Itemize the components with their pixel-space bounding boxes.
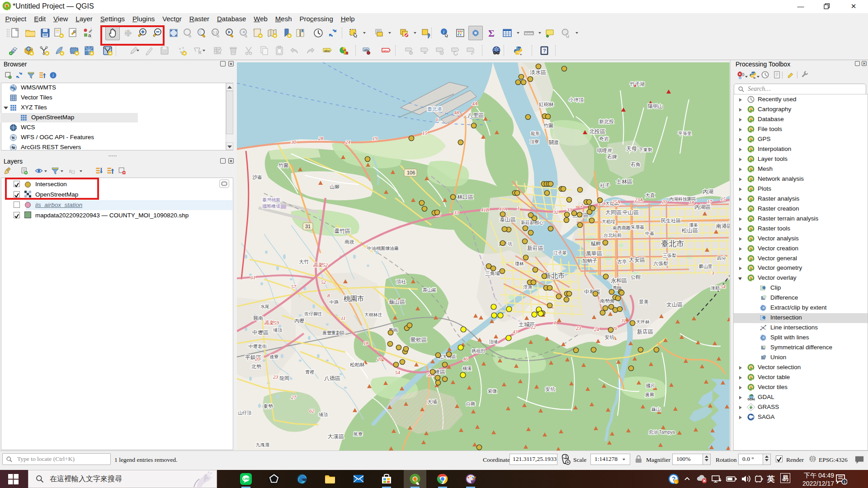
svg-text:新北投: 新北投 [599, 119, 614, 124]
svg-text:白雞: 白雞 [466, 401, 475, 406]
svg-text:竹圍: 竹圍 [278, 163, 288, 168]
svg-text:松柏林: 松柏林 [350, 362, 365, 367]
svg-text:新莊副都心: 新莊副都心 [521, 220, 544, 225]
svg-text:大稻埕: 大稻埕 [602, 219, 615, 224]
svg-text:臺北市: 臺北市 [661, 239, 684, 248]
svg-text:中油桃園煉油廠: 中油桃園煉油廠 [367, 246, 399, 251]
svg-text:朱厝崙: 朱厝崙 [631, 225, 644, 230]
svg-text:6: 6 [436, 117, 439, 122]
svg-text:石角: 石角 [631, 162, 641, 167]
svg-text:ab: ab [364, 48, 368, 52]
svg-text:19: 19 [373, 136, 378, 141]
svg-text:LINE: LINE [243, 477, 250, 480]
svg-text:天母: 天母 [626, 145, 637, 152]
svg-text:18: 18 [363, 340, 369, 346]
svg-text:17: 17 [707, 199, 712, 204]
svg-text:尾寮: 尾寮 [354, 432, 363, 436]
svg-text:北勢: 北勢 [251, 364, 261, 369]
svg-text:臺灣桃園: 臺灣桃園 [262, 197, 280, 202]
svg-text:23: 23 [273, 374, 278, 380]
svg-text:臺北港: 臺北港 [427, 106, 442, 112]
svg-text:文山區: 文山區 [666, 301, 683, 308]
svg-text:i: i [52, 73, 54, 78]
svg-text:高架59: 高架59 [264, 320, 279, 325]
svg-text:中壢區: 中壢區 [252, 329, 269, 336]
svg-text:內湖: 內湖 [703, 188, 713, 195]
svg-text:漢順: 漢順 [711, 286, 720, 291]
svg-text:台北站前: 台北站前 [604, 233, 622, 238]
svg-text:GDAL: GDAL [748, 398, 755, 401]
svg-text:下東勢: 下東勢 [639, 147, 652, 152]
svg-text:埔頂: 埔頂 [318, 412, 328, 417]
svg-text:松山區: 松山區 [682, 227, 698, 234]
svg-text:中崙: 中崙 [645, 231, 654, 236]
svg-text:奇岩: 奇岩 [599, 136, 609, 141]
svg-text:南港區: 南港區 [716, 223, 730, 229]
svg-text:龜山區: 龜山區 [389, 299, 405, 305]
svg-text:61: 61 [250, 275, 255, 280]
svg-text:41A: 41A [499, 206, 507, 211]
svg-text:新北市: 新北市 [544, 272, 565, 279]
svg-text:四分: 四分 [717, 256, 726, 261]
svg-text:i: i [443, 29, 444, 34]
svg-text:桃園市: 桃園市 [344, 295, 364, 302]
svg-text:24: 24 [345, 139, 351, 145]
svg-text:54: 54 [395, 370, 401, 375]
svg-text:瓊林: 瓊林 [515, 261, 524, 266]
svg-text:15: 15 [721, 196, 726, 202]
svg-text:六張犁: 六張犁 [653, 261, 668, 266]
svg-text:18: 18 [689, 200, 694, 205]
svg-text:高架52: 高架52 [313, 262, 328, 267]
svg-text:三張犁: 三張犁 [663, 253, 676, 258]
svg-text:水尾: 水尾 [260, 304, 269, 309]
svg-text:大樹林庄: 大樹林庄 [364, 312, 382, 317]
svg-text:山腳: 山腳 [330, 184, 340, 189]
svg-text:1:1: 1:1 [213, 31, 217, 34]
svg-text:沙崙: 沙崙 [252, 174, 262, 180]
svg-text:頂社: 頂社 [396, 279, 406, 284]
svg-text:麟山里: 麟山里 [699, 264, 712, 269]
svg-text:大坪林: 大坪林 [636, 319, 650, 324]
svg-text:內湖區: 內湖區 [694, 204, 711, 210]
svg-text:41B: 41B [481, 207, 489, 212]
svg-text:國際機場: 國際機場 [262, 204, 280, 209]
svg-text:大竹: 大竹 [299, 259, 309, 264]
svg-text:廣豐重劃區: 廣豐重劃區 [322, 330, 345, 335]
svg-text:古亭: 古亭 [617, 259, 627, 264]
svg-text:23A: 23A [635, 197, 643, 202]
svg-text:31: 31 [305, 224, 311, 229]
svg-text:壽山巖: 壽山巖 [423, 287, 436, 292]
svg-text:南崁: 南崁 [344, 239, 354, 244]
svg-text:媽祖田: 媽祖田 [472, 348, 485, 353]
svg-text:蘆竹區: 蘆竹區 [334, 228, 350, 234]
svg-text:中路: 中路 [330, 300, 339, 305]
svg-text:永和區: 永和區 [611, 277, 627, 284]
svg-text:國尺: 國尺 [646, 383, 655, 388]
svg-text:公館: 公館 [631, 274, 641, 280]
svg-text:小坪頂: 小坪頂 [568, 97, 584, 103]
svg-text:安坑: 安坑 [545, 386, 555, 392]
svg-text:泰山區: 泰山區 [500, 216, 516, 223]
svg-text:民生社區: 民生社區 [661, 218, 681, 223]
svg-text:三角埔: 三角埔 [485, 271, 500, 276]
svg-text:Σ: Σ [488, 28, 495, 38]
svg-text:景美: 景美 [639, 299, 649, 305]
svg-text:橫溪: 橫溪 [462, 366, 472, 371]
svg-text:石牌: 石牌 [607, 154, 617, 160]
svg-text:鶯歌區: 鶯歌區 [410, 337, 427, 343]
svg-text:ε: ε [69, 168, 71, 174]
svg-text:八德區: 八德區 [324, 375, 340, 381]
svg-text:後寮: 後寮 [269, 354, 278, 359]
svg-text:龍岡: 龍岡 [279, 375, 289, 381]
svg-text:加蚋子: 加蚋子 [582, 258, 597, 263]
svg-text:新店區: 新店區 [637, 328, 653, 335]
svg-text:30: 30 [291, 139, 297, 145]
svg-text:南勢角: 南勢角 [600, 298, 615, 304]
svg-text:忠治 Tampya: 忠治 Tampya [648, 430, 675, 435]
svg-text:20: 20 [662, 199, 667, 204]
svg-text:大溪區: 大溪區 [328, 433, 344, 440]
svg-text:浮洲: 浮洲 [523, 285, 532, 290]
svg-text:2: 2 [580, 202, 583, 208]
svg-text:25A: 25A [612, 199, 620, 204]
svg-text:江子翠: 江子翠 [553, 250, 567, 255]
